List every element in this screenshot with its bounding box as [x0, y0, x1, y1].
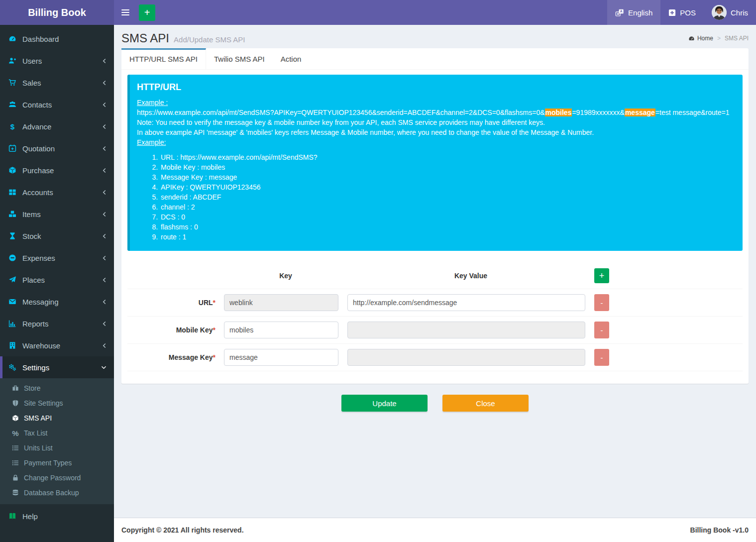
- sidebar-item-warehouse[interactable]: Warehouse: [0, 334, 114, 356]
- sidebar-subitem-site-settings[interactable]: Site Settings: [0, 396, 114, 411]
- user-menu[interactable]: Chris: [704, 0, 756, 25]
- example-parameter-list: URL : https://www.example.com/api/mt/Sen…: [137, 152, 733, 242]
- key-column-header: Key: [224, 272, 347, 280]
- breadcrumb: Home > SMS API: [688, 35, 749, 42]
- sidebar-subitem-tax-list[interactable]: % Tax List: [0, 426, 114, 440]
- content-wrapper: SMS API Add/Update SMS API Home > SMS AP…: [114, 25, 756, 542]
- sidebar-item-label: Places: [22, 276, 45, 284]
- list-item: Message Key : message: [160, 172, 733, 182]
- sidebar-item-settings[interactable]: Settings: [0, 356, 114, 378]
- sidebar-item-advance[interactable]: $ Advance: [0, 115, 114, 137]
- sidebar-item-label: Stock: [22, 232, 41, 240]
- sidebar-item-places[interactable]: Places: [0, 269, 114, 291]
- example-link-2[interactable]: Example:: [137, 138, 166, 146]
- chevron-left-icon: [102, 58, 107, 64]
- sidebar-subitem-store[interactable]: Store: [0, 381, 114, 396]
- required-asterisk: *: [213, 353, 216, 361]
- breadcrumb-home-link[interactable]: Home: [688, 35, 713, 42]
- page-subtitle: Add/Update SMS API: [174, 35, 245, 44]
- brand-logo[interactable]: Billing Book: [0, 0, 114, 25]
- sidebar-item-label: Purchase: [22, 166, 54, 175]
- sidebar-item-help[interactable]: Help: [0, 505, 114, 527]
- sidebar-subitem-label: Tax List: [24, 429, 47, 437]
- chevron-left-icon: [102, 168, 107, 173]
- percent-icon: %: [11, 429, 20, 437]
- url-key-input[interactable]: [224, 294, 338, 311]
- sidebar-item-label: Contacts: [22, 101, 52, 109]
- sidebar-subitem-label: Store: [24, 384, 40, 392]
- sidebar-item-contacts[interactable]: Contacts: [0, 94, 114, 115]
- url-part: https://www.example.com/api/mt/SendSMS?A…: [137, 108, 545, 116]
- sidebar-item-dashboard[interactable]: Dashboard: [0, 28, 114, 50]
- tab-twilio-sms-api[interactable]: Twilio SMS API: [206, 48, 273, 69]
- url-label: URL*: [127, 299, 224, 307]
- breadcrumb-home-label: Home: [697, 35, 713, 42]
- language-label: English: [628, 8, 652, 17]
- key-value-form: Key Key Value + URL* -: [127, 263, 743, 371]
- cubes-icon: [7, 210, 17, 218]
- pos-button[interactable]: POS: [660, 0, 704, 25]
- cube-icon: [7, 166, 17, 174]
- sidebar-item-purchase[interactable]: Purchase: [0, 159, 114, 181]
- database-icon: [11, 489, 20, 496]
- user-plus-icon: [7, 57, 17, 65]
- url-value-input[interactable]: [347, 294, 585, 311]
- cube-icon: [11, 415, 20, 422]
- update-button[interactable]: Update: [341, 395, 428, 412]
- message-key-label: Message Key*: [127, 353, 224, 361]
- add-row-button[interactable]: +: [594, 268, 609, 283]
- dollar-icon: $: [7, 122, 17, 131]
- breadcrumb-current: SMS API: [725, 35, 749, 42]
- sidebar-item-quotation[interactable]: Quotation: [0, 137, 114, 159]
- sidebar-item-label: Help: [22, 512, 38, 521]
- sidebar-subitem-label: SMS API: [24, 414, 52, 422]
- remove-row-button[interactable]: -: [594, 349, 609, 366]
- sms-api-card: HTTP/URL SMS API Twilio SMS API Action H…: [121, 48, 749, 384]
- mobile-key-label: Mobile Key*: [127, 326, 224, 334]
- tab-http-url-sms-api[interactable]: HTTP/URL SMS API: [121, 48, 206, 69]
- remove-row-button[interactable]: -: [594, 294, 609, 311]
- remove-row-button[interactable]: -: [594, 322, 609, 338]
- language-icon: a A: [615, 9, 624, 16]
- url-part: =test message&route=1: [655, 108, 730, 116]
- sidebar-item-sales[interactable]: Sales: [0, 72, 114, 94]
- chevron-left-icon: [102, 212, 107, 217]
- sidebar-subitem-payment-types[interactable]: Payment Types: [0, 455, 114, 470]
- page-title-text: SMS API: [121, 31, 169, 45]
- sidebar-toggle-button[interactable]: [114, 0, 137, 25]
- chevron-left-icon: [102, 277, 107, 283]
- sidebar-item-users[interactable]: Users: [0, 50, 114, 72]
- sidebar-subitem-change-password[interactable]: Change Password: [0, 470, 114, 485]
- url-part: =91989xxxxxxx&: [572, 108, 624, 116]
- sidebar-item-items[interactable]: Items: [0, 203, 114, 225]
- form-row-message-key: Message Key* -: [127, 344, 743, 371]
- breadcrumb-separator: >: [717, 35, 721, 42]
- message-value-input[interactable]: [347, 349, 585, 366]
- lock-icon: [11, 474, 20, 481]
- message-key-input[interactable]: [224, 349, 338, 366]
- sidebar-item-reports[interactable]: Reports: [0, 313, 114, 334]
- form-row-mobile-key: Mobile Key* -: [127, 317, 743, 344]
- users-group-icon: [7, 101, 17, 108]
- plus-square-icon: [668, 9, 676, 16]
- sidebar-item-expenses[interactable]: Expenses: [0, 247, 114, 269]
- mobile-value-input[interactable]: [347, 322, 585, 338]
- tab-action[interactable]: Action: [273, 48, 310, 69]
- top-navbar: Billing Book + a A English: [0, 0, 756, 25]
- quick-add-button[interactable]: +: [139, 4, 155, 21]
- chevron-left-icon: [102, 255, 107, 261]
- sidebar-subitem-units-list[interactable]: Units List: [0, 440, 114, 455]
- example-link[interactable]: Example :: [137, 99, 168, 107]
- copyright-text: Copyright © 2021 All rights reserved.: [121, 526, 244, 534]
- sidebar: Dashboard Users Sales Contacts $ Advance: [0, 25, 114, 542]
- footer: Copyright © 2021 All rights reserved. Bi…: [114, 518, 756, 542]
- sidebar-subitem-database-backup[interactable]: Database Backup: [0, 485, 114, 500]
- chevron-left-icon: [102, 190, 107, 195]
- language-menu[interactable]: a A English: [607, 0, 660, 25]
- mobile-key-input[interactable]: [224, 322, 338, 338]
- sidebar-subitem-sms-api[interactable]: SMS API: [0, 411, 114, 426]
- sidebar-item-stock[interactable]: Stock: [0, 225, 114, 247]
- sidebar-item-messaging[interactable]: Messaging: [0, 291, 114, 313]
- sidebar-item-accounts[interactable]: Accounts: [0, 181, 114, 203]
- close-button[interactable]: Close: [442, 395, 529, 412]
